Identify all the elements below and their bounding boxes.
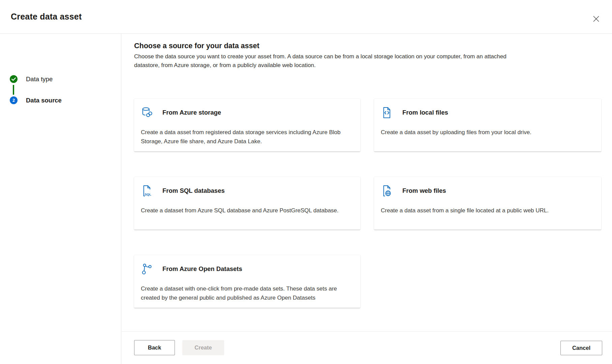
- local-files-icon: [381, 107, 392, 118]
- create-button[interactable]: Create: [182, 340, 224, 355]
- page-title: Choose a source for your data asset: [134, 42, 259, 50]
- card-description: Create a data asset from a single file l…: [381, 206, 592, 215]
- web-files-icon: [381, 185, 392, 196]
- card-title: From SQL databases: [162, 187, 225, 194]
- card-from-sql-databases[interactable]: SQL From SQL databases Create a dataset …: [134, 177, 360, 230]
- card-description: Create a dataset with one-click from pre…: [141, 284, 352, 302]
- card-title: From web files: [402, 187, 446, 194]
- card-description: Create a data asset by uploading files f…: [381, 128, 592, 137]
- step-data-source[interactable]: 2 Data source: [10, 96, 62, 104]
- source-card-grid: From Azure storage Create a data asset f…: [134, 99, 601, 308]
- card-from-web-files[interactable]: From web files Create a data asset from …: [374, 177, 601, 230]
- dialog-header: Create data asset: [0, 0, 612, 34]
- dialog-footer: Back Create Cancel: [122, 331, 612, 364]
- close-icon: [592, 15, 600, 24]
- step-data-type[interactable]: Data type: [10, 75, 53, 83]
- step-label-data-source: Data source: [26, 97, 62, 104]
- main-content: Choose a source for your data asset Choo…: [122, 34, 612, 331]
- step-connector: [13, 85, 14, 95]
- card-title: From local files: [402, 109, 448, 116]
- step-2-badge: 2: [10, 96, 18, 104]
- page-description: Choose the data source you want to creat…: [134, 52, 517, 70]
- card-from-azure-storage[interactable]: From Azure storage Create a data asset f…: [134, 99, 360, 151]
- card-title: From Azure Open Datasets: [162, 265, 242, 273]
- card-from-azure-open-datasets[interactable]: From Azure Open Datasets Create a datase…: [134, 255, 360, 308]
- check-icon: [10, 75, 18, 83]
- create-data-asset-dialog: Create data asset Data type 2 Data sourc…: [0, 0, 612, 364]
- stepper-sidebar: Data type 2 Data source: [0, 34, 121, 364]
- open-datasets-icon: [141, 263, 152, 275]
- sql-databases-icon: SQL: [141, 185, 152, 196]
- card-description: Create a dataset from Azure SQL database…: [141, 206, 352, 215]
- card-from-local-files[interactable]: From local files Create a data asset by …: [374, 99, 601, 151]
- cancel-button[interactable]: Cancel: [560, 341, 602, 355]
- svg-text:SQL: SQL: [145, 192, 151, 196]
- card-title: From Azure storage: [162, 109, 221, 116]
- close-button[interactable]: [589, 12, 603, 26]
- back-button[interactable]: Back: [134, 340, 175, 355]
- card-description: Create a data asset from registered data…: [141, 128, 352, 146]
- azure-storage-icon: [141, 107, 152, 118]
- dialog-title: Create data asset: [11, 12, 82, 22]
- step-label-data-type: Data type: [26, 75, 53, 83]
